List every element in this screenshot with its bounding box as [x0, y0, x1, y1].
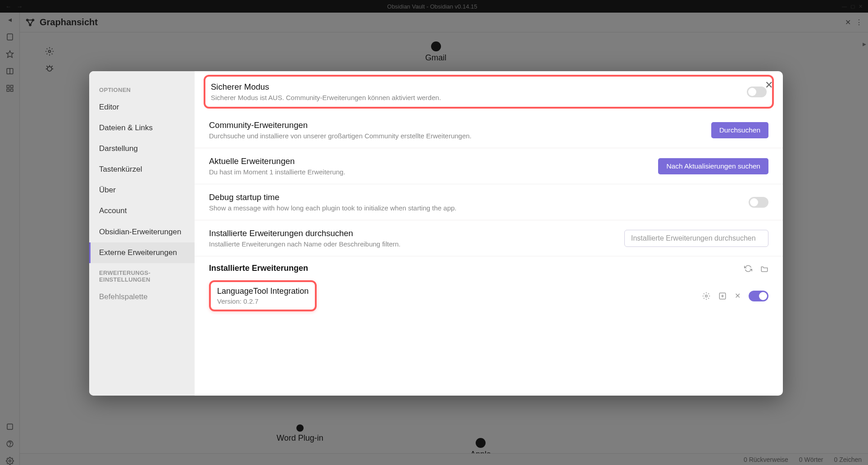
close-modal-icon[interactable]: ✕: [765, 79, 773, 91]
safe-mode-toggle[interactable]: [747, 87, 767, 97]
sidebar-item-hotkeys[interactable]: Tastenkürzel: [89, 159, 195, 180]
setting-title: Community-Erweiterungen: [209, 120, 702, 130]
setting-community-plugins: Community-Erweiterungen Durchsuche und i…: [195, 112, 783, 148]
sidebar-item-about[interactable]: Über: [89, 180, 195, 201]
sidebar-item-core-plugins[interactable]: Obsidian-Erweiterungen: [89, 222, 195, 242]
plugin-languagetool: LanguageTool Integration Version: 0.2.7: [209, 280, 317, 311]
setting-desc: Installierte Erweiterungen nach Name ode…: [209, 240, 615, 248]
setting-desc: Du hast im Moment 1 installierte Erweite…: [209, 168, 649, 176]
sidebar-item-community-plugins[interactable]: Externe Erweiterungen: [89, 242, 195, 263]
plugin-hotkey-icon[interactable]: [718, 292, 727, 300]
sidebar-section-options: OPTIONEN: [89, 80, 195, 97]
settings-sidebar: OPTIONEN Editor Dateien & Links Darstell…: [89, 71, 195, 396]
setting-title: Installierte Erweiterungen durchsuchen: [209, 228, 615, 238]
plugin-settings-icon[interactable]: [702, 292, 710, 300]
folder-icon[interactable]: [760, 264, 768, 273]
settings-content: ✕ Sicherer Modus Sicherer Modus ist AUS.…: [195, 71, 783, 396]
sidebar-item-editor[interactable]: Editor: [89, 97, 195, 118]
setting-desc: Durchsuche und installiere von unserer g…: [209, 132, 702, 140]
sidebar-item-files-links[interactable]: Dateien & Links: [89, 118, 195, 138]
setting-current-plugins: Aktuelle Erweiterungen Du hast im Moment…: [195, 148, 783, 184]
setting-search-installed: Installierte Erweiterungen durchsuchen I…: [195, 220, 783, 256]
plugin-row: LanguageTool Integration Version: 0.2.7 …: [195, 277, 783, 319]
sidebar-item-account[interactable]: Account: [89, 201, 195, 221]
setting-safe-mode: Sicherer Modus Sicherer Modus ist AUS. C…: [204, 75, 774, 109]
plugin-delete-icon[interactable]: ✕: [735, 292, 741, 300]
setting-title: Sicherer Modus: [211, 82, 738, 92]
sidebar-section-plugin-settings: ERWEITERUNGS-EINSTELLUNGEN: [89, 263, 195, 287]
search-installed-input[interactable]: [624, 230, 768, 247]
sidebar-item-appearance[interactable]: Darstellung: [89, 138, 195, 159]
plugin-name: LanguageTool Integration: [217, 287, 309, 296]
setting-desc: Sicherer Modus ist AUS. Community-Erweit…: [211, 94, 738, 101]
plugin-enable-toggle[interactable]: [749, 291, 768, 301]
settings-modal: OPTIONEN Editor Dateien & Links Darstell…: [89, 71, 783, 396]
setting-title: Debug startup time: [209, 192, 740, 202]
installed-heading-label: Installierte Erweiterungen: [209, 264, 308, 273]
check-updates-button[interactable]: Nach Aktualisierungen suchen: [658, 158, 768, 174]
sidebar-item-befehlspalette[interactable]: Befehlspalette: [89, 287, 195, 307]
setting-debug-startup: Debug startup time Show a message with h…: [195, 184, 783, 220]
setting-desc: Show a message with how long each plugin…: [209, 204, 740, 212]
svg-point-25: [705, 295, 708, 297]
installed-heading: Installierte Erweiterungen: [195, 256, 783, 277]
refresh-icon[interactable]: [744, 264, 752, 273]
debug-startup-toggle[interactable]: [749, 197, 768, 208]
browse-button[interactable]: Durchsuchen: [711, 122, 768, 138]
plugin-version: Version: 0.2.7: [217, 297, 309, 305]
setting-title: Aktuelle Erweiterungen: [209, 156, 649, 166]
